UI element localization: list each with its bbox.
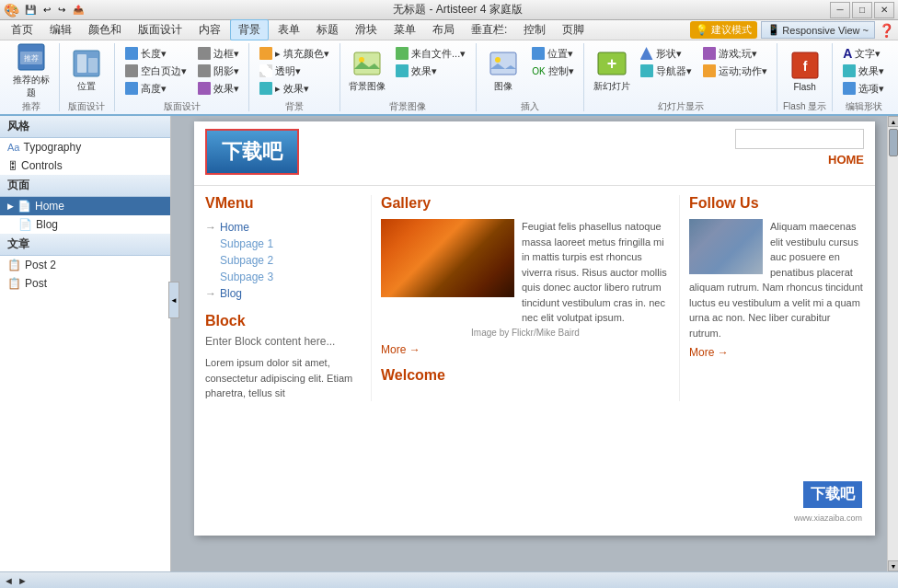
sidebar-item-post2[interactable]: 📋 Post 2 <box>0 256 170 274</box>
toolbar-redo[interactable]: ↪ <box>56 5 67 15</box>
recommend-group-label: 推荐 <box>22 98 40 113</box>
shadow-btn[interactable]: 阴影▾ <box>193 63 244 79</box>
length-btn[interactable]: 长度▾ <box>121 45 191 62</box>
margin-btn[interactable]: 空白页边▾ <box>121 63 191 79</box>
subpage2-label: Subpage 2 <box>220 254 273 267</box>
menu-slider[interactable]: 滑块 <box>348 20 385 40</box>
menu-layout[interactable]: 版面设计 <box>131 20 190 40</box>
effect-btn[interactable]: 效果▾ <box>193 80 244 97</box>
responsive-view-btn[interactable]: 📱 Responsive View ~ <box>761 21 875 39</box>
nav-btn[interactable]: 导航器▾ <box>636 63 697 79</box>
scroll-right-btn[interactable]: ► <box>17 575 28 586</box>
vmenu-subpage1[interactable]: Subpage 1 <box>205 236 360 252</box>
motion-label: 运动;动作▾ <box>719 64 767 78</box>
scroll-left-btn[interactable]: ◄ <box>4 575 14 586</box>
sidebar-collapse-button[interactable]: ◄ <box>168 282 179 318</box>
from-file-btn[interactable]: 来自文件...▾ <box>391 45 470 62</box>
recommend-button[interactable]: 推荐 推荐的标题 <box>9 45 53 97</box>
ribbon-group-position-content: 位置 <box>64 43 109 98</box>
menu-form[interactable]: 表单 <box>271 20 307 40</box>
bg-img-effect-btn[interactable]: 效果▾ <box>391 63 470 79</box>
new-slide-btn[interactable]: + 新幻灯片 <box>590 45 634 97</box>
nav-home-link[interactable]: HOME <box>828 153 864 167</box>
text-effect-btn[interactable]: 效果▾ <box>838 63 889 79</box>
text-effect-label: 效果▾ <box>858 64 884 78</box>
sidebar-item-typography[interactable]: Aa Typography <box>0 138 170 156</box>
control-label: 控制▾ <box>548 64 574 78</box>
logo-button[interactable]: 下载吧 <box>205 129 299 175</box>
canvas-scrollbar[interactable]: ▲ ▼ <box>887 116 898 571</box>
sidebar-item-home[interactable]: ▶ 📄 Home <box>0 197 170 215</box>
vmenu-subpage3[interactable]: Subpage 3 <box>205 269 360 285</box>
page-header: 下载吧 HOME <box>194 121 875 186</box>
suggest-mode-btn[interactable]: 💡 建议模式 <box>690 21 757 39</box>
text-group-label: 编辑形状 <box>846 98 882 113</box>
menu-bulocutore[interactable]: 布局 <box>425 20 462 40</box>
sidebar-item-blog[interactable]: 📄 Blog <box>0 215 170 234</box>
scroll-up-btn[interactable]: ▲ <box>888 116 898 127</box>
toolbar-save[interactable]: 💾 <box>23 5 38 15</box>
menu-color[interactable]: 颜色和 <box>81 20 129 40</box>
toolbar-export[interactable]: 📤 <box>71 5 86 15</box>
shape-btn[interactable]: 形状▾ <box>636 45 697 62</box>
border-btn[interactable]: 边框▾ <box>193 45 244 62</box>
motion-btn[interactable]: 运动;动作▾ <box>698 63 772 79</box>
menu-footer[interactable]: 页脚 <box>555 20 592 40</box>
vmenu-blog[interactable]: → Blog <box>205 285 360 302</box>
control-btn[interactable]: OK 控制▾ <box>527 63 578 79</box>
canvas-area[interactable]: 下载吧 HOME VMenu → Home Subpage 1 <box>171 116 898 571</box>
controls-icon: 🎛 <box>7 160 17 171</box>
game-btn[interactable]: 游戏;玩▾ <box>698 45 772 62</box>
vmenu-subpage2[interactable]: Subpage 2 <box>205 252 360 269</box>
menu-title[interactable]: 标题 <box>309 20 346 40</box>
fill-icon <box>259 47 272 60</box>
height-btn[interactable]: 高度▾ <box>121 80 191 97</box>
ribbon-group-recommend: 推荐 推荐的标题 推荐 <box>4 43 60 111</box>
fill-color-btn[interactable]: ▸ 填充颜色▾ <box>255 45 334 62</box>
ribbon-group-position: 位置 版面设计 <box>60 43 116 111</box>
sidebar-item-post[interactable]: 📋 Post <box>0 274 170 293</box>
menu-menu[interactable]: 菜单 <box>386 20 423 40</box>
page-content: VMenu → Home Subpage 1 Subpage 2 Subpage… <box>194 186 875 410</box>
gallery-more-link[interactable]: More → <box>381 343 420 356</box>
sidebar-item-controls[interactable]: 🎛 Controls <box>0 156 170 175</box>
position-insert-btn[interactable]: 位置▾ <box>527 45 578 62</box>
ribbon-group-bg-image: 背景图像 来自文件...▾ 效果▾ 背景图像 <box>340 43 477 111</box>
text-btn[interactable]: A 文字▾ <box>838 45 889 62</box>
menu-control[interactable]: 控制 <box>516 20 553 40</box>
follow-more-link[interactable]: More → <box>689 346 729 359</box>
subpage3-label: Subpage 3 <box>220 271 273 283</box>
search-input[interactable] <box>735 129 864 149</box>
from-file-icon <box>396 47 409 60</box>
gallery-title: Gallery <box>381 195 670 212</box>
flash-btn[interactable]: f 下载吧 Flash <box>783 45 827 97</box>
scroll-thumb[interactable] <box>889 129 898 156</box>
recommend-icon: 推荐 <box>17 42 46 72</box>
home-expand-icon: ▶ <box>7 202 14 211</box>
bg-img-effect-icon <box>396 64 409 77</box>
close-button[interactable]: ✕ <box>874 2 894 18</box>
toolbar-undo[interactable]: ↩ <box>41 5 52 15</box>
menu-content[interactable]: 内容 <box>191 20 228 40</box>
menu-vertical[interactable]: 垂直栏: <box>464 20 514 40</box>
menu-home[interactable]: 首页 <box>4 20 40 40</box>
menu-background[interactable]: 背景 <box>230 19 269 40</box>
ribbon-group-layout: 长度▾ 空白页边▾ 高度▾ 边框▾ <box>115 43 249 111</box>
minimize-button[interactable]: ─ <box>830 2 850 18</box>
layout-col1: 长度▾ 空白页边▾ 高度▾ <box>121 45 191 97</box>
image-insert-btn[interactable]: 图像 <box>481 45 525 97</box>
bg-image-btn[interactable]: 背景图像 <box>345 45 389 97</box>
position-button[interactable]: 位置 <box>64 45 109 97</box>
text-effect-icon <box>843 64 856 77</box>
select-btn[interactable]: 选项▾ <box>838 80 889 97</box>
maximize-button[interactable]: □ <box>852 2 872 18</box>
scroll-down-btn[interactable]: ▼ <box>888 560 898 571</box>
page-header-right: HOME <box>735 129 864 167</box>
vmenu-home[interactable]: → Home <box>205 219 360 236</box>
bg-effect-btn[interactable]: ▸ 效果▾ <box>255 80 334 97</box>
slides-col: 形状▾ 导航器▾ <box>636 45 697 79</box>
help-icon[interactable]: ❓ <box>879 23 894 38</box>
menu-edit[interactable]: 编辑 <box>42 20 79 40</box>
transparent-btn[interactable]: 透明▾ <box>255 63 334 79</box>
ribbon-group-flash-content: f 下载吧 Flash <box>783 43 827 98</box>
